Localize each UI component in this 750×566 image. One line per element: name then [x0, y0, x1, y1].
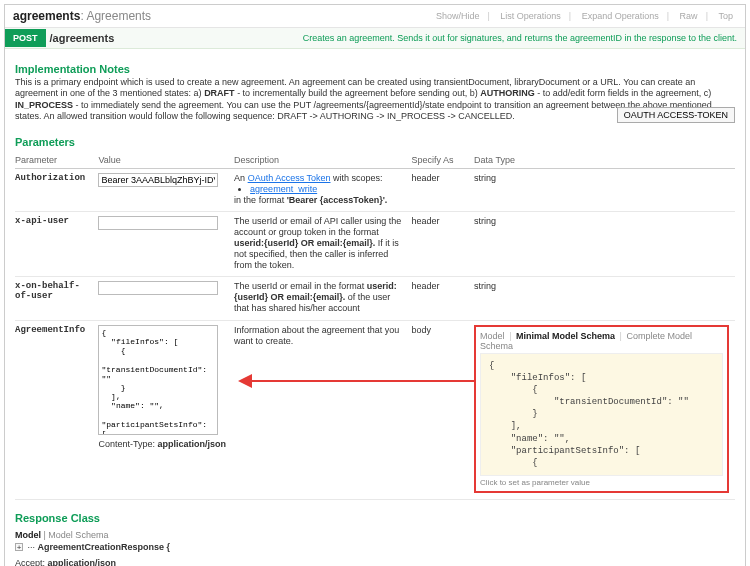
param-name-agreementinfo: AgreementInfo — [15, 320, 98, 499]
accept-line: Accept: application/json — [15, 558, 735, 566]
model-schema-panel: Model | Minimal Model Schema | Complete … — [474, 325, 729, 493]
col-specify: Specify As — [412, 152, 475, 169]
col-datatype: Data Type — [474, 152, 735, 169]
table-row: x-on-behalf-of-user The userId or email … — [15, 277, 735, 320]
col-value: Value — [98, 152, 234, 169]
response-class-heading: Response Class — [15, 512, 735, 524]
param-spec: header — [412, 212, 475, 277]
schema-box[interactable]: { "fileInfos": [ { "transientDocumentId"… — [480, 353, 723, 476]
oauth-token-link[interactable]: OAuth Access Token — [248, 173, 331, 183]
schema-hint: Click to set as parameter value — [480, 478, 723, 487]
link-top[interactable]: Top — [714, 11, 737, 21]
link-showhide[interactable]: Show/Hide — [432, 11, 484, 21]
param-spec: header — [412, 277, 475, 320]
param-name-behalf: x-on-behalf-of-user — [15, 277, 98, 320]
authorization-input[interactable] — [98, 173, 218, 187]
behalf-input[interactable] — [98, 281, 218, 295]
tab-model[interactable]: Model — [480, 331, 505, 341]
table-row: Authorization An OAuth Access Token with… — [15, 169, 735, 212]
link-expandops[interactable]: Expand Operations — [578, 11, 663, 21]
op-path[interactable]: /agreements — [50, 28, 279, 48]
oauth-token-button[interactable]: OAUTH ACCESS-TOKEN — [617, 107, 735, 123]
op-summary: Creates an agreement. Sends it out for s… — [279, 33, 745, 43]
method-badge[interactable]: POST — [5, 29, 46, 47]
param-type: string — [474, 212, 735, 277]
parameters-heading: Parameters — [15, 136, 735, 148]
link-listops[interactable]: List Operations — [496, 11, 565, 21]
content-type-line: Content-Type: application/json — [98, 439, 228, 449]
response-object-name: AgreementCreationResponse { — [38, 542, 171, 552]
header-links: Show/Hide| List Operations| Expand Opera… — [432, 11, 737, 21]
col-parameter: Parameter — [15, 152, 98, 169]
expand-icon[interactable]: + — [15, 543, 23, 551]
link-raw[interactable]: Raw — [676, 11, 702, 21]
resp-tab-schema[interactable]: Model Schema — [48, 530, 108, 540]
scope-link[interactable]: agreement_write — [250, 184, 317, 194]
impl-notes-heading: Implementation Notes — [15, 63, 735, 75]
resp-tab-model[interactable]: Model — [15, 530, 41, 540]
table-row: AgreementInfo Content-Type: application/… — [15, 320, 735, 499]
resource-title: agreements: Agreements — [13, 9, 151, 23]
col-description: Description — [234, 152, 411, 169]
table-row: x-api-user The userId or email of API ca… — [15, 212, 735, 277]
param-desc-authorization: An OAuth Access Token with scopes: agree… — [234, 169, 411, 212]
param-type: string — [474, 169, 735, 212]
tab-minimal-schema[interactable]: Minimal Model Schema — [516, 331, 615, 341]
param-type: string — [474, 277, 735, 320]
agreementinfo-input[interactable] — [98, 325, 218, 435]
param-name-authorization: Authorization — [15, 169, 98, 212]
param-desc-behalf: The userId or email in the format userid… — [234, 277, 411, 320]
param-desc-agreementinfo: Information about the agreement that you… — [234, 320, 411, 499]
param-name-xapiuser: x-api-user — [15, 212, 98, 277]
param-spec: body — [412, 320, 475, 499]
parameters-table: Parameter Value Description Specify As D… — [15, 152, 735, 500]
param-spec: header — [412, 169, 475, 212]
param-desc-xapiuser: The userId or email of API caller using … — [234, 212, 411, 277]
xapiuser-input[interactable] — [98, 216, 218, 230]
